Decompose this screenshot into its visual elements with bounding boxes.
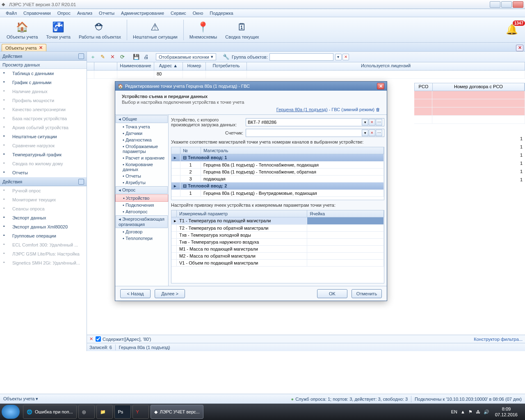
channels-grid[interactable]: №Магистраль ▸⊟ Тепловой ввод: 11Герцена …	[171, 147, 384, 200]
channel-row[interactable]: 1Герцена 80а (1 подъезд) - Теплоснабжени…	[171, 162, 384, 169]
menu-service[interactable]: Сервис	[167, 10, 189, 16]
nav-item[interactable]: • Отображаемые параметры	[115, 143, 168, 155]
sidebar-item[interactable]: ▪Экспорт данных Xml80020	[0, 222, 87, 231]
sidebar-item[interactable]: ▪Качество электроэнергии	[0, 105, 87, 114]
meter-dd[interactable]: ▾	[362, 130, 368, 136]
sidebar-item[interactable]: ▪Наличие данных	[0, 87, 87, 96]
tray-network-icon[interactable]: 🖧	[476, 409, 480, 414]
menu-file[interactable]: Файл	[2, 10, 20, 16]
nav-item[interactable]: • Подключения	[115, 202, 168, 208]
param-row[interactable]: T2 - Температура по обратной магистрали	[171, 225, 384, 232]
tab-close-icon[interactable]: ✕	[39, 45, 43, 50]
taskbar-explorer[interactable]: 📁	[96, 405, 113, 419]
dialog-titlebar[interactable]: 🏠 Редактирование точки учета Герцена 80а…	[115, 82, 387, 91]
tray-action-icon[interactable]: ⚑	[468, 409, 472, 415]
group-clear[interactable]: ✕	[342, 54, 349, 60]
nav-item[interactable]: • Договор	[115, 228, 168, 235]
channel-row[interactable]: ▸⊟ Тепловой ввод: 1	[171, 154, 384, 162]
combo-dd[interactable]: ▾	[362, 119, 368, 126]
sidebar-item[interactable]: ▪Групповые операции	[0, 231, 87, 240]
sidebar-item[interactable]: ▪Сравнение нагрузок	[0, 141, 87, 150]
tb-summary[interactable]: 🗓Сводка текущих	[221, 20, 263, 40]
meter-clear[interactable]: ✕	[369, 130, 375, 136]
menu-window[interactable]: Окно	[189, 10, 207, 16]
param-row[interactable]: ▸T1 - Температура по подающей магистрали	[171, 217, 384, 225]
combo-clear[interactable]: ✕	[369, 119, 375, 126]
tb-works[interactable]: ⛑Работы на объектах	[75, 20, 125, 40]
menu-poll[interactable]: Опрос	[54, 10, 74, 16]
sidebar-item[interactable]: ▪Ручной опрос	[0, 186, 87, 195]
sidebar-item[interactable]: ▪Температурный график	[0, 150, 87, 159]
cancel-button[interactable]: Отменить	[352, 289, 382, 298]
tb-alerts[interactable]: ⚠Нештатные ситуации	[129, 20, 182, 40]
pin-button-2[interactable]	[78, 179, 84, 185]
col-lic[interactable]: Используется лицензий	[247, 62, 525, 70]
nav-item[interactable]: • Автоопрос	[115, 208, 168, 215]
tb-points[interactable]: 🚰Точки учета	[42, 20, 75, 40]
param-row[interactable]: M2 - Масса по обратной магистрали	[171, 253, 384, 260]
group-input[interactable]	[269, 53, 333, 61]
nav-cat-general[interactable]: ◂ Общие	[116, 115, 168, 123]
edit-icon[interactable]: ✎	[98, 53, 107, 61]
dialog-close-button[interactable]: ✕	[377, 83, 384, 89]
sidebar-item[interactable]: ▪ЛЭРС GSM Lite/Plus: Настройка	[0, 249, 87, 258]
col-num[interactable]: Номер	[183, 62, 206, 70]
tray-flag-icon[interactable]: ▲	[461, 409, 465, 414]
filter-clear[interactable]: ✕	[89, 336, 93, 342]
col-name[interactable]: Наименование	[117, 62, 154, 70]
sidebar-item[interactable]: ▪Нештатные ситуации	[0, 132, 87, 141]
channel-row[interactable]: ▸⊟ Тепловой ввод: 2	[171, 183, 384, 190]
save-icon[interactable]: 💾	[132, 53, 140, 61]
addr-filter[interactable]: 80	[154, 71, 183, 78]
tb-notifications[interactable]: 🔔 1347	[501, 22, 523, 38]
tab-objects[interactable]: Объекты учета ✕	[2, 44, 46, 51]
sidebar-item[interactable]: ▪Профиль мощности	[0, 96, 87, 105]
start-button[interactable]	[2, 405, 20, 419]
menu-admin[interactable]: Администрирование	[118, 10, 167, 16]
nav-item[interactable]: • Отчеты	[115, 173, 168, 179]
table-row[interactable]	[414, 99, 525, 107]
menu-support[interactable]: Поддержка	[206, 10, 236, 16]
trash-icon[interactable]: 🗑	[376, 107, 380, 112]
table-row[interactable]	[414, 107, 525, 116]
device-combo[interactable]: ВКТ-7 #88286 ▾✕⋯	[246, 118, 384, 126]
sidebar-item[interactable]: ▪Мониторинг текущих	[0, 195, 87, 204]
columns-dropdown[interactable]: Отображаемые колонки	[156, 53, 216, 60]
nav-cat-eso[interactable]: ◂ Энергоснабжающая организация	[116, 215, 168, 228]
filter-constructor-link[interactable]: Конструктор фильтра...	[474, 337, 523, 342]
tb-mnemo[interactable]: 📍Мнемосхемы	[185, 20, 221, 40]
taskbar-yandex[interactable]: Y	[132, 405, 149, 419]
taskbar-chrome[interactable]: 🌐Ошибка при поп...	[23, 405, 77, 419]
group-icon[interactable]: 🔧	[222, 53, 230, 61]
table-row[interactable]	[414, 116, 525, 124]
group-dd[interactable]: ▾	[335, 54, 342, 60]
ok-button[interactable]: OK	[317, 289, 347, 298]
nav-item[interactable]: • Точка учета	[115, 123, 168, 130]
tabs-close-button[interactable]: ✕	[516, 45, 523, 51]
minimize-button[interactable]	[490, 1, 500, 8]
taskbar-ps[interactable]: Ps	[114, 405, 131, 419]
meter-more[interactable]: ⋯	[376, 130, 382, 136]
pin-button[interactable]	[78, 53, 84, 59]
next-button[interactable]: Далее >	[155, 289, 185, 298]
col-addr[interactable]: Адрес ▲	[154, 62, 183, 70]
add-icon[interactable]: ＋	[89, 53, 97, 61]
nav-item[interactable]: • Расчет и хранение	[115, 155, 168, 161]
nav-item[interactable]: • Теплопотери	[115, 235, 168, 242]
sidebar-item[interactable]: ▪Таблица с данными	[0, 69, 87, 78]
maximize-button[interactable]	[501, 1, 512, 8]
combo-more[interactable]: ⋯	[376, 119, 382, 126]
lang-indicator[interactable]: EN	[451, 409, 457, 414]
col-pco[interactable]: PCO	[415, 83, 433, 91]
col-contract[interactable]: Номер договора с PCO	[433, 83, 525, 91]
sidebar-item[interactable]: ▪Сводка по жилому дому	[0, 159, 87, 168]
sidebar-item[interactable]: ▪График с данными	[0, 78, 87, 87]
col-consumer[interactable]: Потребитель	[206, 62, 247, 70]
print-icon[interactable]: 🖨	[142, 53, 150, 61]
delete-icon[interactable]: ✕	[108, 53, 116, 61]
statusbar-left[interactable]: Объекты учета ▾	[3, 396, 39, 402]
clock[interactable]: 8:09 07.12.2016	[493, 406, 520, 418]
group-view-data[interactable]: Просмотр данных	[0, 61, 87, 69]
filter-checkbox[interactable]	[96, 336, 101, 342]
sidebar-item[interactable]: ▪Signetics SMH 2Gi: Удалённый...	[0, 258, 87, 267]
